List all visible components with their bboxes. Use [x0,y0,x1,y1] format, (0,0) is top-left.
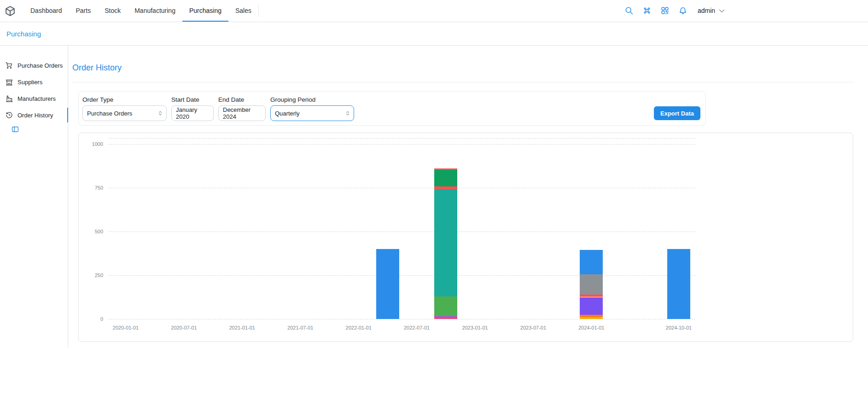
x-axis-tick-label: 2022-07-01 [396,325,437,330]
start-date-field: Start Date January 2020 [171,96,214,121]
x-axis-tick-label: 2023-07-01 [513,325,554,330]
notifications-button[interactable] [677,5,689,17]
search-button[interactable] [623,5,635,17]
sidebar-item-label: Manufacturers [17,95,56,102]
qrcode-icon [660,6,670,15]
start-date-label: Start Date [171,96,214,104]
x-axis-tick-label: 2020-01-01 [105,325,146,330]
bar-segment-red-top[interactable] [434,168,457,170]
export-data-button[interactable]: Export Data [654,106,700,120]
end-date-value: December 2024 [223,106,261,120]
y-axis-tick-label: 1000 [79,141,103,147]
order-type-value: Purchase Orders [87,110,132,117]
order-type-label: Order Type [82,96,167,104]
bar-segment-dark-green[interactable] [434,170,457,186]
bar-segment-blue[interactable] [667,249,690,319]
breadcrumb-purchasing[interactable]: Purchasing [6,30,41,38]
nav-tab-purchasing[interactable]: Purchasing [182,0,228,22]
bar-segment-blue[interactable] [376,249,399,319]
content-area: Purchase Orders Suppliers Manufacturers [0,46,868,348]
grid-line [109,232,695,232]
sidebar-item-purchase-orders[interactable]: Purchase Orders [0,57,68,74]
bar-segment-blue[interactable] [580,250,603,274]
bar-segment-orange[interactable] [580,315,603,318]
x-axis-tick-label: 2021-01-01 [221,325,263,330]
sidebar: Purchase Orders Suppliers Manufacturers [0,46,68,348]
filter-panel: Order Type Purchase Orders Start Date Ja… [78,91,706,126]
end-date-label: End Date [218,96,266,104]
grid-line [109,319,695,319]
nav-tab-sales[interactable]: Sales [228,0,258,22]
bar-segment-red[interactable] [434,186,457,189]
plot-top-border [109,138,695,139]
barcode-scan-button[interactable] [659,5,671,17]
username-label: admin [698,7,715,14]
bar-segment-grape[interactable] [434,316,457,318]
user-menu[interactable]: admin [698,7,725,14]
breadcrumb: Purchasing [0,22,868,46]
x-axis-tick-label: 2022-01-01 [338,325,379,330]
grouping-period-select[interactable]: Quarterly [270,105,354,121]
nav-tab-manufacturing[interactable]: Manufacturing [128,0,182,22]
nav-divider [258,5,259,17]
x-axis-tick-label: 2023-01-01 [454,325,496,330]
app-logo[interactable] [0,0,19,22]
x-axis-tick-label: 2020-07-01 [163,325,204,330]
nav-tab-stock[interactable]: Stock [98,0,128,22]
history-icon [5,111,13,119]
main-nav-tabs: Dashboard Parts Stock Manufacturing Purc… [23,0,258,22]
bell-icon [678,6,687,15]
bar-segment-violet[interactable] [580,297,603,315]
selector-icon [344,110,351,116]
x-axis-tick-label: 2024-01-01 [571,325,612,330]
bar-segment-gray[interactable] [580,274,603,295]
end-date-field: End Date December 2024 [218,96,266,121]
x-axis-tick-label: 2024-10-01 [658,325,699,330]
selector-icon [157,110,163,116]
order-history-chart: 025050075010002020-01-012020-07-012021-0… [78,133,853,342]
start-date-value: January 2020 [176,106,209,120]
nav-tab-dashboard[interactable]: Dashboard [23,0,69,22]
app-header: Dashboard Parts Stock Manufacturing Purc… [0,0,868,22]
chevron-down-icon [718,7,725,14]
inventree-logo-icon [4,5,16,17]
end-date-input[interactable]: December 2024 [218,105,266,121]
order-type-select[interactable]: Purchase Orders [82,105,167,121]
collapse-sidebar-button[interactable] [11,125,20,134]
y-axis-tick-label: 250 [79,272,103,278]
y-axis-tick-label: 0 [79,316,103,322]
nav-tab-parts[interactable]: Parts [69,0,98,22]
grid-line [109,275,695,276]
main-panel: Order History Order Type Purchase Orders… [68,46,868,348]
header-actions: admin [623,0,725,21]
page-title: Order History [72,62,855,73]
bar-segment-red[interactable] [580,295,603,297]
factory-icon [5,94,13,103]
y-axis-tick-label: 750 [79,185,103,191]
sidebar-item-suppliers[interactable]: Suppliers [0,74,68,90]
y-axis-tick-label: 500 [79,229,103,234]
order-type-field: Order Type Purchase Orders [82,96,167,121]
command-palette-button[interactable] [641,5,653,17]
shopping-cart-icon [5,61,13,70]
grid-line [109,144,695,145]
bar-segment-green[interactable] [434,296,457,316]
bar-segment-teal[interactable] [434,189,457,297]
command-icon [642,6,652,15]
grouping-period-label: Grouping Period [270,96,354,104]
sidebar-item-label: Purchase Orders [17,62,63,69]
grouping-period-value: Quarterly [275,110,299,117]
sidebar-item-order-history[interactable]: Order History [0,107,68,123]
sidebar-item-manufacturers[interactable]: Manufacturers [0,90,68,107]
start-date-input[interactable]: January 2020 [171,105,214,121]
title-divider [72,82,855,82]
sidebar-item-label: Suppliers [17,79,42,86]
bar-segment-pink[interactable] [434,318,457,319]
bar-segment-yellow[interactable] [580,317,603,319]
search-icon [624,6,634,15]
grouping-period-field: Grouping Period Quarterly [270,96,354,121]
grid-line [109,188,695,188]
sidebar-item-label: Order History [17,112,53,119]
layout-sidebar-icon [11,125,19,133]
building-store-icon [5,78,13,86]
